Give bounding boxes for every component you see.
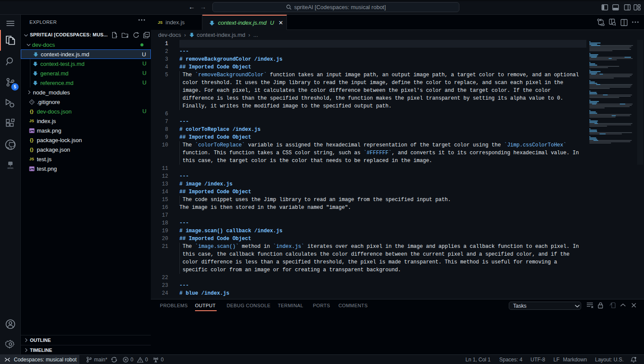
svg-text:Dev-Docs: Dev-Docs: [7, 168, 13, 169]
